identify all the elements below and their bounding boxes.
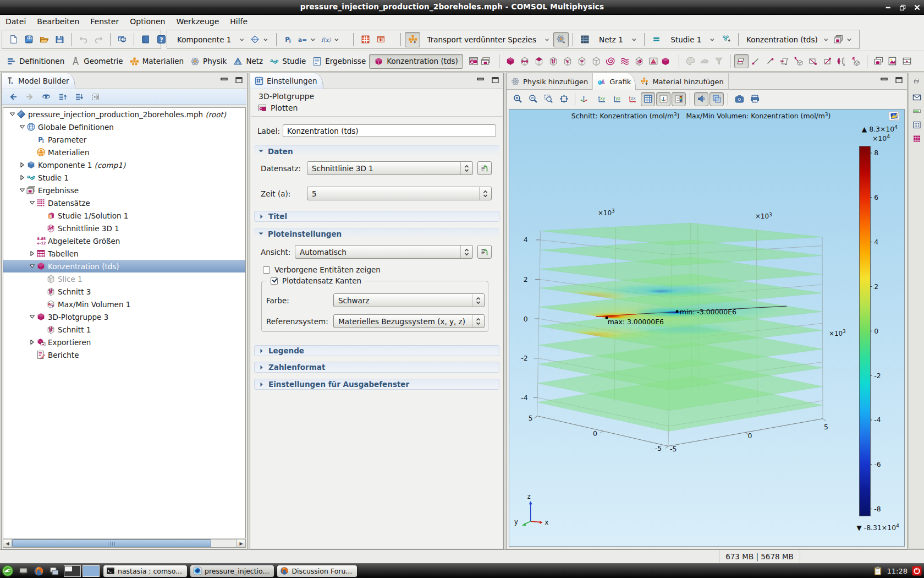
cut-plane-icon[interactable] — [734, 54, 749, 68]
functions-icon[interactable]: f(x) — [320, 32, 343, 47]
deformation-icon[interactable] — [697, 54, 712, 68]
3d-plot[interactable]: 420-2-450-5-505×103×103×103 max: 3.00000… — [509, 110, 904, 546]
plot-image-icon[interactable] — [889, 111, 900, 121]
ribbon-ergebnisse[interactable]: Ergebnisse — [309, 54, 369, 68]
tree-item-konzentration-tds-[interactable]: Konzentration (tds) — [3, 260, 245, 272]
verborgene-checkbox-row[interactable]: Verborgene Entitäten zeigen — [263, 265, 496, 274]
minimize-panel-icon[interactable] — [881, 77, 888, 83]
menu-fenster[interactable]: Fenster — [85, 16, 124, 27]
go-to-node-icon[interactable] — [91, 92, 100, 101]
progress-icon[interactable] — [912, 107, 921, 116]
cut-plane2-icon[interactable] — [777, 54, 791, 68]
menu-datei[interactable]: Datei — [0, 16, 31, 27]
select-3d2-icon[interactable] — [849, 54, 863, 68]
tree-item-studie-1-solution-1[interactable]: Studie 1/Solution 1 — [3, 209, 245, 222]
tree-expanded-icon[interactable] — [28, 313, 36, 321]
tool-studie-1[interactable]: Studie 1 — [664, 32, 719, 47]
tree-collapsed-icon[interactable] — [28, 338, 36, 347]
image-export-icon[interactable] — [886, 54, 900, 68]
zoom-in-icon[interactable] — [510, 92, 525, 106]
ribbon-materialien[interactable]: Materialien — [127, 54, 187, 68]
show-desktop-icon[interactable] — [16, 564, 30, 577]
window-overlay-icon[interactable] — [481, 54, 495, 68]
label-input[interactable] — [283, 124, 496, 137]
add-component-icon[interactable] — [249, 32, 272, 47]
import-table-icon[interactable] — [373, 32, 388, 47]
color-palette-icon[interactable] — [683, 54, 697, 68]
application-builder-icon[interactable] — [21, 32, 36, 47]
tree-item-globale-definitionen[interactable]: Globale Definitionen — [3, 121, 245, 133]
windows-list-icon[interactable] — [47, 564, 61, 577]
sound-icon[interactable] — [694, 92, 708, 106]
view-3d-icon[interactable] — [579, 92, 593, 106]
tree-item-max-min-volumen-1[interactable]: Max/Min Volumen 1 — [3, 298, 245, 310]
workspace-1[interactable] — [64, 565, 81, 577]
ribbon-konzentration-tds-[interactable]: Konzentration (tds) — [369, 54, 463, 69]
suse-menu-icon[interactable] — [1, 564, 14, 577]
redo-icon[interactable] — [91, 32, 106, 47]
ribbon-studie[interactable]: Studie — [266, 54, 309, 68]
save-icon[interactable] — [52, 32, 67, 47]
tree-collapsed-icon[interactable] — [18, 161, 26, 170]
datensatz-combo[interactable]: Schnittlinie 3D 1 — [307, 161, 473, 175]
minimize-panel-icon[interactable] — [477, 77, 484, 83]
maximize-panel-icon[interactable] — [492, 77, 499, 83]
zoom-extents-icon[interactable] — [557, 92, 571, 106]
isosurface-icon[interactable] — [618, 54, 632, 68]
model-builder-tab[interactable]: Model Builder — [2, 73, 75, 89]
tree-item-studie-1[interactable]: Studie 1 — [3, 171, 245, 184]
contour-icon[interactable] — [603, 54, 618, 68]
ribbon-netz[interactable]: Netz — [230, 54, 266, 68]
tool-komponente-1[interactable]: Komponente 1 — [170, 32, 249, 47]
section-ploteinstellungen[interactable]: Ploteinstellungen — [254, 228, 499, 239]
tree-item-parameter[interactable]: PiParameter — [3, 133, 245, 146]
taskbar-pressure-injectio-[interactable]: pressure_injectio... — [190, 565, 274, 577]
undo-icon[interactable] — [75, 32, 91, 47]
taskbar-nastasia-comso-[interactable]: nastasia : comso... — [103, 565, 188, 577]
tree-item-datens-tze[interactable]: Datensätze — [3, 197, 245, 209]
volume-plot-icon[interactable] — [503, 54, 518, 68]
variables-icon[interactable]: a= — [296, 32, 320, 47]
arrow-surface-icon[interactable] — [575, 54, 589, 68]
section-legende[interactable]: Legende — [254, 345, 499, 356]
plotdatensatz-checkbox-row[interactable]: Plotdatensatz Kanten — [267, 276, 365, 285]
tree-item-schnitt-3[interactable]: Schnitt 3 — [3, 285, 245, 298]
tree-item-schnittlinie-3d-1[interactable]: Schnittlinie 3D 1 — [3, 222, 245, 235]
tree-expanded-icon[interactable] — [8, 110, 16, 119]
box-select-icon[interactable] — [806, 54, 820, 68]
scroll-right-button[interactable]: ▶ — [237, 539, 245, 547]
documentation-icon[interactable] — [138, 32, 153, 47]
tree-item-materialien[interactable]: Materialien — [3, 146, 245, 159]
zeit-combo[interactable]: 5 — [307, 187, 492, 200]
update-solution-icon[interactable] — [114, 32, 130, 47]
tree-item-3d-plotgruppe-3[interactable]: 3D-Plotgruppe 3 — [3, 310, 245, 323]
tree-hscrollbar[interactable]: ◀ ▶ — [3, 539, 246, 548]
tab-material-hinzuf-gen[interactable]: Material hinzufügen — [636, 73, 728, 90]
filter-icon[interactable] — [712, 54, 726, 68]
menu-optionen[interactable]: Optionen — [124, 16, 170, 27]
power-icon[interactable] — [912, 566, 922, 576]
parameters-pi-icon[interactable]: Pi — [280, 32, 296, 47]
menu-werkzeuge[interactable]: Werkzeuge — [170, 16, 224, 27]
cut-point-icon[interactable] — [763, 54, 777, 68]
tab-physik-hinzuf-gen[interactable]: Physik hinzufügen — [507, 73, 593, 90]
tree-collapsed-icon[interactable] — [28, 249, 36, 258]
settings-tab[interactable]: Einstellungen — [250, 73, 323, 89]
menu-hilfe[interactable]: Hilfe — [224, 16, 253, 27]
tree-expanded-icon[interactable] — [18, 186, 26, 195]
maxmin-icon[interactable] — [646, 54, 661, 68]
combo-spinner-icon[interactable] — [479, 187, 491, 200]
minimize-panel-icon[interactable] — [221, 77, 228, 83]
maximize-panel-icon[interactable] — [895, 77, 903, 83]
show-grid-icon[interactable] — [641, 92, 655, 106]
tree-item-schnitt-1[interactable]: Schnitt 1 — [3, 323, 245, 336]
tree-item-slice-1[interactable]: Slice 1 — [3, 272, 245, 285]
go-to-source-button[interactable] — [477, 161, 492, 175]
results-table-icon[interactable] — [912, 134, 921, 143]
tree-collapsed-icon[interactable] — [18, 173, 26, 182]
mesh-icon[interactable] — [577, 32, 592, 47]
tree-item-berichte[interactable]: Berichte — [3, 348, 245, 361]
ansicht-combo[interactable]: Automatisch — [295, 245, 473, 259]
animation-icon[interactable] — [900, 54, 914, 68]
show-icon[interactable] — [42, 92, 51, 101]
